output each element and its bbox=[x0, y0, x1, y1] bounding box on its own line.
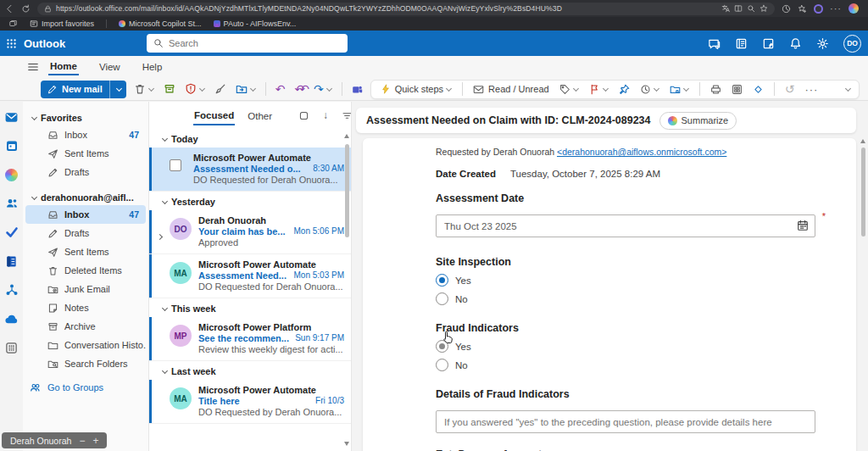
sidebar-item-sent[interactable]: Sent Items bbox=[25, 242, 146, 261]
scroll-up-icon[interactable] bbox=[860, 139, 865, 143]
zoom-in-button[interactable]: + bbox=[92, 435, 98, 447]
hamburger-menu-icon[interactable] bbox=[27, 61, 39, 73]
sidebar-item-notes[interactable]: Notes bbox=[25, 298, 146, 317]
back-icon[interactable] bbox=[5, 4, 14, 14]
mail-item-recommendations[interactable]: MP Microsoft Power Platform See the reco… bbox=[149, 317, 351, 361]
fraud-indicators-yes[interactable]: Yes bbox=[436, 340, 831, 353]
translate-icon[interactable] bbox=[721, 4, 730, 13]
sidebar-item-deleted[interactable]: Deleted Items bbox=[25, 261, 146, 280]
rail-onedrive-icon[interactable] bbox=[3, 310, 20, 327]
assign-policy-button[interactable] bbox=[751, 82, 765, 97]
new-mail-dropdown[interactable] bbox=[109, 81, 126, 98]
split-screen-icon[interactable] bbox=[734, 4, 743, 13]
bookmark-pauto-aiflows[interactable]: PAuto - AIFlowsEnv... bbox=[214, 19, 297, 28]
sidebar-item-favorites-drafts[interactable]: Drafts bbox=[25, 163, 146, 181]
immersive-reader-button[interactable] bbox=[730, 82, 744, 97]
mail-item-assessment-yesterday[interactable]: MA Microsoft Power Automate Assessment N… bbox=[149, 254, 351, 298]
edge-copilot-icon[interactable] bbox=[849, 3, 859, 14]
mail-checkbox[interactable] bbox=[170, 159, 181, 171]
group-header-yesterday[interactable]: Yesterday bbox=[149, 192, 351, 210]
go-to-groups-link[interactable]: Go to Groups bbox=[23, 373, 148, 397]
bookmark-import-favorites[interactable]: Import favorites bbox=[30, 19, 94, 28]
scroll-up-icon[interactable] bbox=[344, 134, 349, 138]
share-to-teams-icon[interactable] bbox=[350, 82, 364, 97]
site-inspection-no[interactable]: No bbox=[436, 292, 831, 305]
reply-all-button[interactable]: ↶↶ bbox=[292, 81, 305, 97]
group-header-last-week[interactable]: Last week bbox=[149, 361, 351, 380]
rail-word-icon[interactable] bbox=[3, 253, 20, 270]
rail-calendar-icon[interactable] bbox=[3, 137, 20, 154]
notes-pane-icon[interactable] bbox=[762, 37, 775, 50]
favorites-section-header[interactable]: Favorites bbox=[23, 110, 148, 125]
sweep-button[interactable] bbox=[213, 81, 228, 97]
read-unread-button[interactable]: Read / Unread bbox=[471, 82, 551, 97]
sidebar-item-drafts[interactable]: Drafts bbox=[25, 224, 146, 242]
zoom-out-button[interactable]: − bbox=[79, 435, 85, 447]
group-header-today[interactable]: Today bbox=[149, 129, 351, 148]
summarize-button[interactable]: Summarize bbox=[659, 112, 737, 130]
rail-people-icon[interactable] bbox=[3, 195, 20, 212]
fraud-indicators-no[interactable]: No bbox=[436, 359, 831, 371]
extensions-icon[interactable] bbox=[782, 4, 791, 14]
reading-scrollbar[interactable] bbox=[859, 136, 866, 449]
sidebar-item-conversation-history[interactable]: Conversation Histo... bbox=[25, 336, 146, 354]
select-messages-icon[interactable] bbox=[298, 110, 309, 121]
mail-item-assessment-today[interactable]: Microsoft Power Automate Assessment Need… bbox=[149, 148, 351, 192]
chat-icon[interactable] bbox=[708, 37, 721, 50]
scroll-thumb[interactable] bbox=[861, 148, 865, 237]
radio-selected-icon[interactable] bbox=[436, 274, 448, 287]
sidebar-item-inbox[interactable]: Inbox 47 bbox=[25, 205, 146, 224]
settings-gear-icon[interactable] bbox=[816, 37, 829, 50]
tab-actions-icon[interactable] bbox=[8, 19, 18, 28]
assessment-date-input[interactable] bbox=[436, 214, 815, 237]
app-launcher-icon[interactable] bbox=[6, 38, 17, 49]
mail-item-title-here[interactable]: MA Microsoft Power Automate Title here F… bbox=[149, 380, 351, 424]
add-favorite-icon[interactable] bbox=[798, 4, 807, 14]
scroll-down-icon[interactable] bbox=[344, 442, 349, 446]
group-header-this-week[interactable]: This week bbox=[149, 298, 351, 317]
radio-icon[interactable] bbox=[436, 359, 448, 371]
radio-icon[interactable] bbox=[436, 292, 448, 305]
tab-focused[interactable]: Focused bbox=[193, 105, 235, 125]
address-bar[interactable]: https://outlook.office.com/mail/inbox/id… bbox=[37, 3, 775, 15]
tab-help[interactable]: Help bbox=[141, 59, 164, 75]
browser-menu-icon[interactable]: ··· bbox=[830, 3, 842, 14]
pin-button[interactable] bbox=[617, 82, 632, 97]
tab-view[interactable]: View bbox=[97, 59, 122, 75]
browser-profile-avatar[interactable] bbox=[814, 4, 823, 14]
new-mail-button[interactable]: New mail bbox=[41, 81, 126, 98]
tab-other[interactable]: Other bbox=[247, 106, 273, 125]
flag-button[interactable] bbox=[587, 82, 610, 97]
rail-flow-icon[interactable] bbox=[3, 281, 20, 298]
zoom-icon[interactable] bbox=[747, 4, 755, 13]
sidebar-item-favorites-inbox[interactable]: Inbox 47 bbox=[25, 125, 146, 144]
archive-button[interactable] bbox=[162, 81, 177, 97]
rules-folder-button[interactable] bbox=[668, 82, 691, 97]
tab-home[interactable]: Home bbox=[48, 58, 79, 75]
report-button[interactable] bbox=[183, 81, 207, 97]
notifications-bell-icon[interactable] bbox=[789, 37, 802, 50]
forward-button[interactable]: ↷ bbox=[312, 81, 334, 97]
rail-todo-icon[interactable] bbox=[3, 224, 20, 241]
mail-item-your-claim[interactable]: DO Derah Onuorah Your claim has be... Mo… bbox=[149, 210, 351, 254]
sidebar-item-archive[interactable]: Archive bbox=[25, 317, 146, 336]
onenote-feed-icon[interactable] bbox=[735, 37, 748, 50]
print-button[interactable] bbox=[709, 82, 723, 97]
categorize-tag-button[interactable] bbox=[558, 82, 581, 97]
bookmark-copilot-studio[interactable]: Microsoft Copilot St... bbox=[119, 19, 202, 28]
requester-email-link[interactable]: <derahonuorah@aiflows.onmicrosoft.com> bbox=[557, 147, 726, 157]
refresh-icon[interactable] bbox=[21, 4, 31, 14]
reply-button[interactable]: ↶ bbox=[274, 81, 287, 97]
list-scrollbar[interactable] bbox=[343, 131, 350, 449]
scroll-thumb[interactable] bbox=[345, 144, 349, 237]
move-to-button[interactable] bbox=[234, 81, 258, 97]
filter-icon[interactable] bbox=[342, 110, 352, 121]
collapse-ribbon-icon[interactable] bbox=[845, 85, 851, 91]
delete-button[interactable] bbox=[132, 81, 156, 97]
favorite-star-icon[interactable] bbox=[760, 4, 768, 13]
undo-button[interactable]: ↺ bbox=[783, 81, 797, 97]
sort-direction-icon[interactable]: ↓ bbox=[323, 109, 328, 121]
account-avatar[interactable]: DO bbox=[843, 35, 861, 53]
quick-steps-button[interactable]: Quick steps bbox=[379, 82, 453, 96]
fraud-details-input[interactable] bbox=[436, 410, 815, 433]
